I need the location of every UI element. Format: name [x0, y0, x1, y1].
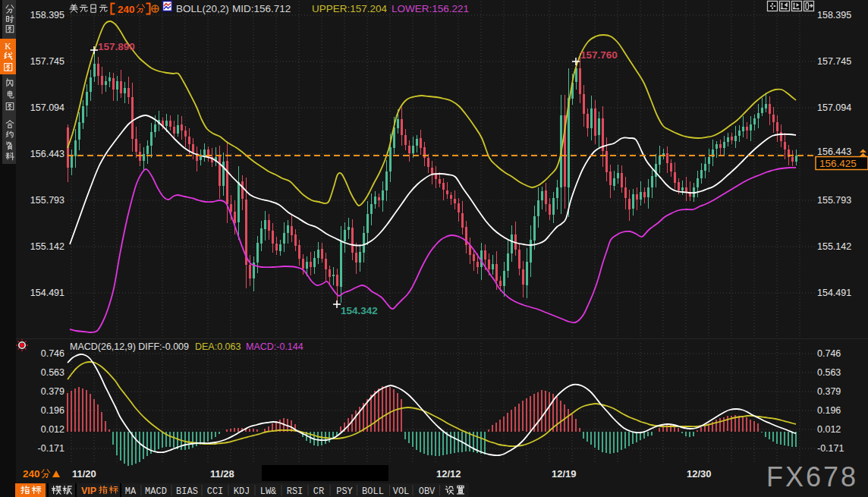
svg-text:157.094: 157.094: [30, 102, 64, 113]
svg-text:157.890: 157.890: [98, 41, 135, 52]
svg-text:DEA:0.063: DEA:0.063: [195, 341, 241, 352]
svg-text:157.094: 157.094: [817, 102, 851, 113]
svg-text:157.760: 157.760: [580, 49, 618, 61]
svg-text:-0.171: -0.171: [38, 443, 64, 454]
svg-text:PSY: PSY: [336, 486, 353, 497]
svg-text:0.746: 0.746: [41, 348, 64, 359]
svg-text:158.395: 158.395: [817, 10, 851, 20]
svg-text:155.793: 155.793: [30, 195, 64, 206]
svg-text:CCI: CCI: [207, 486, 224, 497]
svg-text:154.491: 154.491: [30, 288, 64, 298]
svg-text:12/12: 12/12: [436, 468, 461, 480]
svg-text:MA: MA: [125, 486, 137, 497]
svg-text:0.196: 0.196: [41, 405, 64, 416]
svg-text:MACD(26,12,9) DIFF:-0.009: MACD(26,12,9) DIFF:-0.009: [70, 341, 189, 352]
svg-text:156.443: 156.443: [817, 146, 851, 157]
svg-text:VIP: VIP: [81, 486, 96, 496]
svg-text:240: 240: [118, 4, 135, 15]
svg-text:0.379: 0.379: [817, 386, 841, 397]
svg-text:LOWER:156.221: LOWER:156.221: [392, 3, 469, 14]
svg-text:12/19: 12/19: [552, 468, 577, 480]
svg-text:156.443: 156.443: [30, 149, 64, 159]
svg-text:157.745: 157.745: [817, 56, 851, 67]
svg-text:MACD: MACD: [145, 486, 167, 497]
svg-text:240: 240: [23, 468, 40, 480]
svg-text:OBV: OBV: [419, 486, 436, 497]
svg-text:0.379: 0.379: [41, 386, 64, 397]
svg-text:KDJ: KDJ: [234, 486, 250, 497]
svg-text:12/30: 12/30: [687, 468, 712, 480]
svg-text:0.563: 0.563: [817, 367, 841, 378]
svg-text:RSI: RSI: [287, 486, 303, 497]
svg-text:CR: CR: [313, 486, 324, 497]
svg-text:156.425: 156.425: [819, 158, 857, 169]
svg-text:K: K: [5, 42, 11, 51]
svg-text:BIAS: BIAS: [176, 486, 198, 497]
svg-text:MACD:-0.144: MACD:-0.144: [246, 341, 303, 352]
svg-text:VOL: VOL: [393, 486, 410, 497]
svg-text:11/20: 11/20: [72, 468, 96, 480]
svg-text:154.491: 154.491: [817, 288, 851, 298]
svg-text:MID:156.712: MID:156.712: [232, 3, 291, 14]
svg-text:BOLL: BOLL: [362, 486, 384, 497]
svg-text:BOLL(20,2): BOLL(20,2): [176, 3, 229, 14]
svg-text:0.012: 0.012: [41, 424, 64, 435]
svg-text:FX678: FX678: [766, 461, 858, 492]
svg-text:-0.171: -0.171: [817, 443, 844, 454]
svg-text:158.395: 158.395: [30, 10, 64, 20]
svg-text:0.196: 0.196: [817, 405, 841, 416]
svg-text:155.142: 155.142: [30, 241, 64, 252]
svg-text:0.563: 0.563: [41, 367, 64, 378]
svg-text:11/28: 11/28: [210, 468, 234, 480]
svg-text:0.012: 0.012: [817, 424, 841, 435]
svg-text:0.746: 0.746: [817, 348, 841, 359]
svg-text:155.793: 155.793: [817, 195, 851, 206]
svg-text:155.142: 155.142: [817, 241, 851, 252]
svg-text:154.342: 154.342: [341, 305, 378, 316]
svg-text:157.745: 157.745: [30, 56, 64, 67]
svg-text:UPPER:157.204: UPPER:157.204: [312, 3, 388, 14]
svg-text:LW&: LW&: [260, 486, 277, 497]
